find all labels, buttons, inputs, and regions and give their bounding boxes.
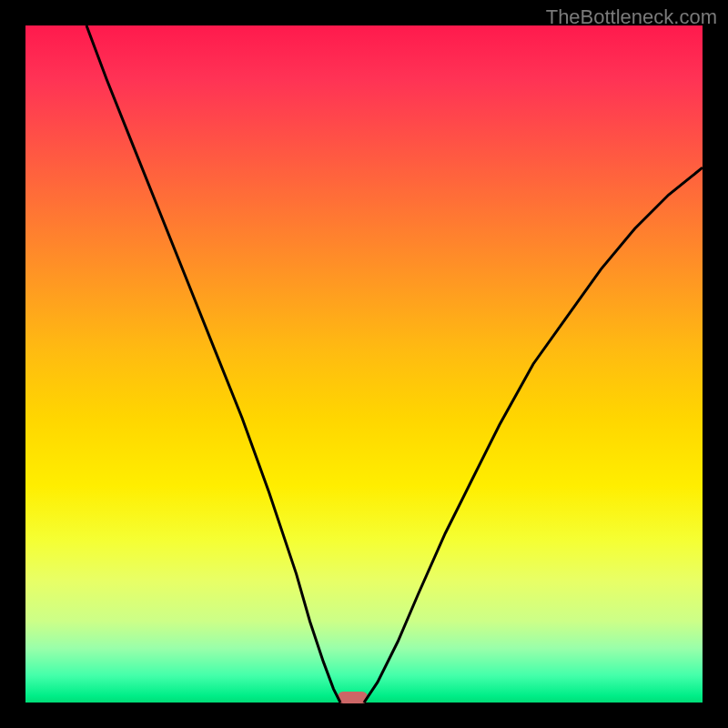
left-curve-line: [86, 25, 340, 703]
right-curve-line: [364, 167, 703, 703]
watermark-text: TheBottleneck.com: [546, 5, 717, 29]
chart-curves: [25, 25, 703, 703]
